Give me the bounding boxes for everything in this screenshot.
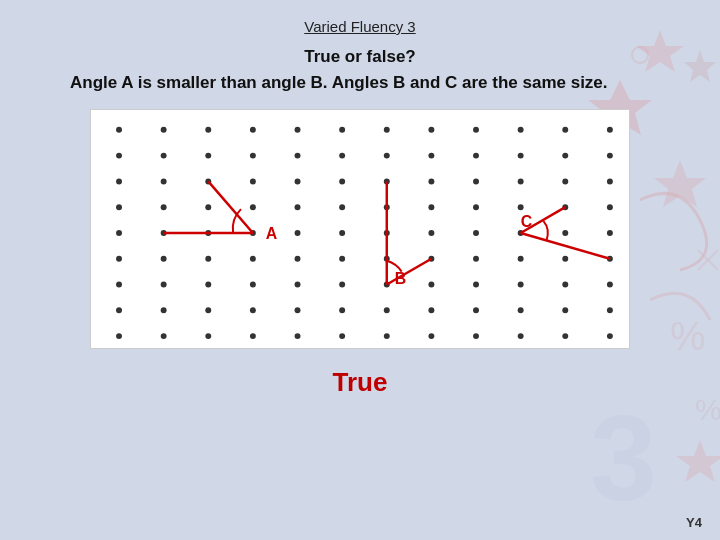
- svg-point-27: [250, 152, 256, 158]
- svg-point-91: [428, 281, 434, 287]
- svg-point-82: [562, 255, 568, 261]
- svg-point-89: [339, 281, 345, 287]
- angle-a-label: A: [266, 225, 278, 242]
- svg-text:3: 3: [590, 391, 657, 525]
- svg-point-47: [607, 178, 613, 184]
- svg-point-51: [250, 204, 256, 210]
- svg-point-28: [295, 152, 301, 158]
- question-text: True or false? Angle A is smaller than a…: [70, 45, 650, 95]
- svg-point-74: [205, 255, 211, 261]
- svg-point-26: [205, 152, 211, 158]
- answer-text: True: [333, 367, 388, 398]
- svg-point-36: [116, 178, 122, 184]
- svg-point-33: [518, 152, 524, 158]
- svg-point-44: [473, 178, 479, 184]
- svg-point-112: [295, 333, 301, 339]
- svg-point-57: [518, 204, 524, 210]
- svg-point-29: [339, 152, 345, 158]
- svg-point-111: [250, 333, 256, 339]
- svg-point-106: [562, 307, 568, 313]
- svg-point-104: [473, 307, 479, 313]
- svg-point-119: [607, 333, 613, 339]
- svg-point-108: [116, 333, 122, 339]
- svg-point-14: [205, 126, 211, 132]
- svg-point-115: [428, 333, 434, 339]
- svg-point-15: [250, 126, 256, 132]
- svg-point-113: [339, 333, 345, 339]
- svg-point-64: [295, 230, 301, 236]
- svg-point-25: [161, 152, 167, 158]
- svg-point-94: [562, 281, 568, 287]
- question-line1: True or false?: [70, 45, 650, 69]
- svg-point-97: [161, 307, 167, 313]
- svg-point-32: [473, 152, 479, 158]
- svg-point-24: [116, 152, 122, 158]
- svg-point-77: [339, 255, 345, 261]
- svg-point-34: [562, 152, 568, 158]
- svg-point-37: [161, 178, 167, 184]
- dot-card: A B C: [90, 109, 630, 349]
- svg-point-23: [607, 126, 613, 132]
- svg-point-88: [295, 281, 301, 287]
- svg-point-43: [428, 178, 434, 184]
- svg-point-100: [295, 307, 301, 313]
- svg-point-114: [384, 333, 390, 339]
- svg-line-120: [208, 181, 253, 233]
- svg-text:%: %: [695, 393, 720, 426]
- svg-point-103: [428, 307, 434, 313]
- svg-point-19: [428, 126, 434, 132]
- svg-point-48: [116, 204, 122, 210]
- svg-point-68: [473, 230, 479, 236]
- svg-point-53: [339, 204, 345, 210]
- svg-point-39: [250, 178, 256, 184]
- svg-point-99: [250, 307, 256, 313]
- svg-point-72: [116, 255, 122, 261]
- svg-point-13: [161, 126, 167, 132]
- svg-point-35: [607, 152, 613, 158]
- svg-point-85: [161, 281, 167, 287]
- svg-point-49: [161, 204, 167, 210]
- svg-point-50: [205, 204, 211, 210]
- svg-point-73: [161, 255, 167, 261]
- svg-point-86: [205, 281, 211, 287]
- svg-point-98: [205, 307, 211, 313]
- svg-point-101: [339, 307, 345, 313]
- svg-point-116: [473, 333, 479, 339]
- svg-point-96: [116, 307, 122, 313]
- svg-line-125: [521, 233, 610, 259]
- svg-point-80: [473, 255, 479, 261]
- svg-point-22: [562, 126, 568, 132]
- svg-point-93: [518, 281, 524, 287]
- year-badge: Y4: [686, 515, 702, 530]
- svg-point-92: [473, 281, 479, 287]
- svg-point-118: [562, 333, 568, 339]
- svg-point-117: [518, 333, 524, 339]
- svg-point-70: [562, 230, 568, 236]
- svg-point-102: [384, 307, 390, 313]
- svg-point-109: [161, 333, 167, 339]
- svg-point-20: [473, 126, 479, 132]
- question-line2: Angle A is smaller than angle B. Angles …: [70, 71, 650, 95]
- svg-point-12: [116, 126, 122, 132]
- svg-point-81: [518, 255, 524, 261]
- svg-point-75: [250, 255, 256, 261]
- svg-point-87: [250, 281, 256, 287]
- svg-point-31: [428, 152, 434, 158]
- svg-point-105: [518, 307, 524, 313]
- svg-point-95: [607, 281, 613, 287]
- svg-point-16: [295, 126, 301, 132]
- angle-diagram: A B C: [91, 110, 629, 348]
- svg-point-45: [518, 178, 524, 184]
- svg-point-30: [384, 152, 390, 158]
- svg-point-110: [205, 333, 211, 339]
- svg-point-84: [116, 281, 122, 287]
- svg-point-76: [295, 255, 301, 261]
- svg-point-46: [562, 178, 568, 184]
- angle-b-label: B: [395, 269, 406, 286]
- svg-point-67: [428, 230, 434, 236]
- svg-point-56: [473, 204, 479, 210]
- svg-point-59: [607, 204, 613, 210]
- svg-point-18: [384, 126, 390, 132]
- svg-point-17: [339, 126, 345, 132]
- svg-point-65: [339, 230, 345, 236]
